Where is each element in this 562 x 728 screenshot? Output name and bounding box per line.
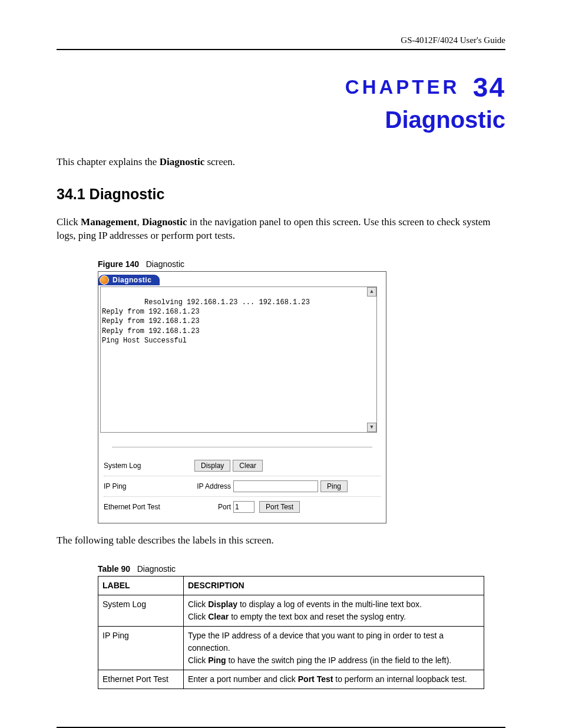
system-log-label: System Log bbox=[104, 462, 194, 470]
figure-tab-pill[interactable]: Diagnostic bbox=[98, 275, 160, 285]
port-input[interactable] bbox=[233, 501, 254, 513]
td-desc: Click Display to display a log of events… bbox=[184, 595, 484, 626]
chapter-heading: CHAPTER 34 bbox=[57, 71, 505, 103]
td-label: Ethernet Port Test bbox=[98, 670, 184, 689]
para-pre: Click bbox=[57, 216, 81, 228]
log-textarea[interactable]: Resolving 192.168.1.23 ... 192.168.1.23 … bbox=[100, 286, 377, 433]
para-b1: Management bbox=[81, 216, 137, 228]
td-label: System Log bbox=[98, 595, 184, 626]
figure-caption-text: Diagnostic bbox=[146, 259, 184, 269]
td-label: IP Ping bbox=[98, 626, 184, 670]
figure-inner: Resolving 192.168.1.23 ... 192.168.1.23 … bbox=[98, 285, 386, 523]
after-figure-text: The following table describes the labels… bbox=[57, 534, 505, 548]
ip-ping-label: IP Ping bbox=[104, 482, 194, 490]
intro-pre: This chapter explains the bbox=[57, 156, 160, 167]
para-b2: Diagnostic bbox=[142, 216, 187, 228]
header-rule bbox=[57, 49, 505, 50]
display-button[interactable]: Display bbox=[194, 460, 230, 472]
figure-controls: System Log Display Clear IP Ping IP Addr… bbox=[100, 456, 384, 517]
port-test-label: Ethernet Port Test bbox=[104, 503, 194, 511]
table-row: Ethernet Port Test Enter a port number a… bbox=[98, 670, 484, 689]
table-caption: Table 90 Diagnostic bbox=[98, 564, 505, 574]
ip-address-sublabel: IP Address bbox=[194, 482, 231, 490]
table-caption-text: Diagnostic bbox=[137, 564, 176, 574]
intro-bold: Diagnostic bbox=[160, 156, 205, 167]
figure-tab-label: Diagnostic bbox=[113, 276, 151, 284]
ip-address-input[interactable] bbox=[233, 480, 318, 492]
tab-dot-icon bbox=[100, 275, 109, 285]
th-label: LABEL bbox=[98, 576, 184, 595]
port-sublabel: Port bbox=[194, 503, 231, 511]
description-table: LABEL DESCRIPTION System Log Click Displ… bbox=[98, 576, 484, 689]
table-row: System Log Click Display to display a lo… bbox=[98, 595, 484, 626]
port-test-button[interactable]: Port Test bbox=[259, 501, 300, 513]
para-sep: , bbox=[137, 216, 142, 228]
page-header-guide: GS-4012F/4024 User's Guide bbox=[57, 35, 505, 45]
row-ip-ping: IP Ping IP Address Ping bbox=[104, 476, 381, 497]
chapter-word: CHAPTER bbox=[345, 76, 460, 98]
figure-divider bbox=[112, 447, 372, 447]
th-description: DESCRIPTION bbox=[184, 576, 484, 595]
log-content: Resolving 192.168.1.23 ... 192.168.1.23 … bbox=[102, 298, 310, 345]
intro-post: screen. bbox=[204, 156, 235, 167]
table-header-row: LABEL DESCRIPTION bbox=[98, 576, 484, 595]
figure-caption-label: Figure 140 bbox=[98, 259, 139, 269]
chapter-title: Diagnostic bbox=[57, 107, 505, 133]
figure-diagnostic: Diagnostic Resolving 192.168.1.23 ... 19… bbox=[98, 271, 386, 523]
chapter-number: 34 bbox=[473, 72, 505, 103]
table-caption-label: Table 90 bbox=[98, 564, 130, 574]
ping-button[interactable]: Ping bbox=[320, 480, 348, 492]
scroll-up-button[interactable]: ▲ bbox=[367, 287, 376, 297]
table-row: IP Ping Type the IP address of a device … bbox=[98, 626, 484, 670]
clear-button[interactable]: Clear bbox=[233, 460, 263, 472]
section-heading: 34.1 Diagnostic bbox=[57, 186, 505, 203]
td-desc: Type the IP address of a device that you… bbox=[184, 626, 484, 670]
figure-tab-bar: Diagnostic bbox=[98, 272, 386, 285]
row-system-log: System Log Display Clear bbox=[104, 456, 381, 476]
row-port-test: Ethernet Port Test Port Port Test bbox=[104, 497, 381, 517]
section-para: Click Management, Diagnostic in the navi… bbox=[57, 216, 505, 243]
footer-rule bbox=[57, 727, 505, 728]
chapter-intro: This chapter explains the Diagnostic scr… bbox=[57, 156, 505, 169]
figure-caption: Figure 140 Diagnostic bbox=[98, 259, 505, 269]
td-desc: Enter a port number and click Port Test … bbox=[184, 670, 484, 689]
scroll-down-button[interactable]: ▼ bbox=[367, 423, 376, 432]
